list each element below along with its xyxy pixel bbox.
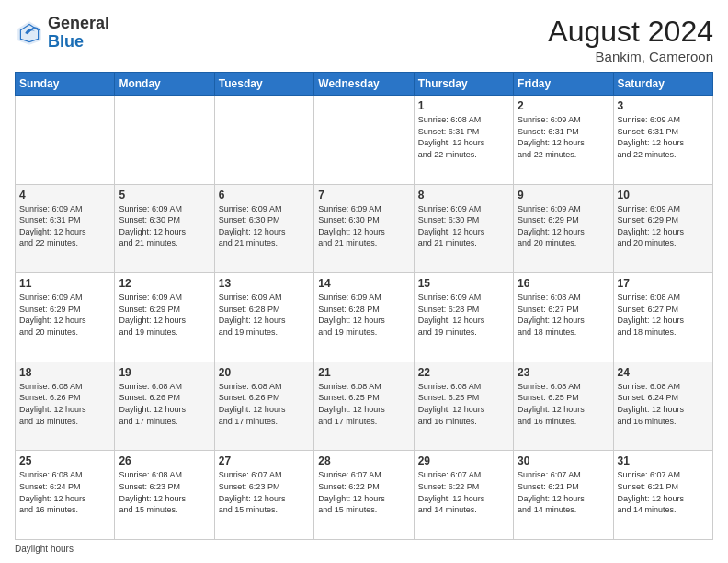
day-cell	[115, 96, 214, 185]
col-header-friday: Friday	[514, 73, 613, 96]
day-info: Sunrise: 6:09 AM Sunset: 6:31 PM Dayligh…	[518, 114, 609, 160]
day-info: Sunrise: 6:08 AM Sunset: 6:23 PM Dayligh…	[119, 469, 210, 515]
day-info: Sunrise: 6:07 AM Sunset: 6:23 PM Dayligh…	[219, 469, 310, 515]
day-cell: 15Sunrise: 6:09 AM Sunset: 6:28 PM Dayli…	[414, 273, 513, 362]
col-header-thursday: Thursday	[414, 73, 513, 96]
day-info: Sunrise: 6:09 AM Sunset: 6:28 PM Dayligh…	[418, 292, 509, 338]
day-cell: 2Sunrise: 6:09 AM Sunset: 6:31 PM Daylig…	[514, 96, 613, 185]
month-year: August 2024	[548, 15, 713, 49]
day-cell: 19Sunrise: 6:08 AM Sunset: 6:26 PM Dayli…	[115, 362, 214, 451]
day-cell: 11Sunrise: 6:09 AM Sunset: 6:29 PM Dayli…	[16, 273, 115, 362]
day-info: Sunrise: 6:09 AM Sunset: 6:30 PM Dayligh…	[318, 203, 409, 249]
day-info: Sunrise: 6:08 AM Sunset: 6:25 PM Dayligh…	[518, 381, 609, 427]
day-cell: 27Sunrise: 6:07 AM Sunset: 6:23 PM Dayli…	[214, 451, 313, 540]
location: Bankim, Cameroon	[548, 49, 713, 64]
day-info: Sunrise: 6:08 AM Sunset: 6:26 PM Dayligh…	[219, 381, 310, 427]
day-cell: 25Sunrise: 6:08 AM Sunset: 6:24 PM Dayli…	[16, 451, 115, 540]
day-number: 18	[19, 366, 110, 379]
col-header-tuesday: Tuesday	[214, 73, 313, 96]
day-number: 28	[318, 454, 409, 467]
logo-icon	[15, 18, 44, 48]
day-cell: 23Sunrise: 6:08 AM Sunset: 6:25 PM Dayli…	[514, 362, 613, 451]
day-cell	[214, 96, 313, 185]
day-cell: 26Sunrise: 6:08 AM Sunset: 6:23 PM Dayli…	[115, 451, 214, 540]
day-cell: 21Sunrise: 6:08 AM Sunset: 6:25 PM Dayli…	[314, 362, 414, 451]
day-number: 22	[418, 366, 509, 379]
page: General Blue August 2024 Bankim, Cameroo…	[0, 0, 728, 563]
day-info: Sunrise: 6:09 AM Sunset: 6:29 PM Dayligh…	[618, 203, 709, 249]
header: General Blue August 2024 Bankim, Cameroo…	[15, 15, 713, 64]
day-number: 25	[19, 454, 110, 467]
day-cell: 7Sunrise: 6:09 AM Sunset: 6:30 PM Daylig…	[314, 184, 414, 273]
calendar-header-row: SundayMondayTuesdayWednesdayThursdayFrid…	[16, 73, 713, 96]
day-info: Sunrise: 6:08 AM Sunset: 6:25 PM Dayligh…	[418, 381, 509, 427]
day-number: 5	[119, 189, 210, 201]
day-cell: 24Sunrise: 6:08 AM Sunset: 6:24 PM Dayli…	[613, 362, 712, 451]
day-info: Sunrise: 6:07 AM Sunset: 6:21 PM Dayligh…	[518, 469, 609, 515]
day-info: Sunrise: 6:09 AM Sunset: 6:31 PM Dayligh…	[19, 203, 110, 249]
day-info: Sunrise: 6:09 AM Sunset: 6:30 PM Dayligh…	[119, 203, 210, 249]
day-cell: 9Sunrise: 6:09 AM Sunset: 6:29 PM Daylig…	[514, 184, 613, 273]
day-cell: 8Sunrise: 6:09 AM Sunset: 6:30 PM Daylig…	[414, 184, 513, 273]
day-cell: 18Sunrise: 6:08 AM Sunset: 6:26 PM Dayli…	[16, 362, 115, 451]
day-info: Sunrise: 6:08 AM Sunset: 6:26 PM Dayligh…	[119, 381, 210, 427]
day-cell: 30Sunrise: 6:07 AM Sunset: 6:21 PM Dayli…	[514, 451, 613, 540]
day-number: 1	[418, 99, 509, 112]
day-info: Sunrise: 6:09 AM Sunset: 6:30 PM Dayligh…	[418, 203, 509, 249]
day-cell: 1Sunrise: 6:08 AM Sunset: 6:31 PM Daylig…	[414, 96, 513, 185]
day-cell: 20Sunrise: 6:08 AM Sunset: 6:26 PM Dayli…	[214, 362, 313, 451]
day-cell: 29Sunrise: 6:07 AM Sunset: 6:22 PM Dayli…	[414, 451, 513, 540]
day-info: Sunrise: 6:08 AM Sunset: 6:31 PM Dayligh…	[418, 114, 509, 160]
day-number: 27	[219, 454, 310, 467]
day-number: 30	[518, 454, 609, 467]
day-number: 8	[418, 189, 509, 201]
day-cell: 14Sunrise: 6:09 AM Sunset: 6:28 PM Dayli…	[314, 273, 414, 362]
day-cell: 17Sunrise: 6:08 AM Sunset: 6:27 PM Dayli…	[613, 273, 712, 362]
day-info: Sunrise: 6:08 AM Sunset: 6:24 PM Dayligh…	[19, 469, 110, 515]
week-row-4: 18Sunrise: 6:08 AM Sunset: 6:26 PM Dayli…	[16, 362, 713, 451]
day-cell: 31Sunrise: 6:07 AM Sunset: 6:21 PM Dayli…	[613, 451, 712, 540]
day-number: 6	[219, 189, 310, 201]
day-cell: 6Sunrise: 6:09 AM Sunset: 6:30 PM Daylig…	[214, 184, 313, 273]
day-cell: 22Sunrise: 6:08 AM Sunset: 6:25 PM Dayli…	[414, 362, 513, 451]
day-number: 9	[518, 189, 609, 201]
col-header-saturday: Saturday	[613, 73, 712, 96]
day-number: 20	[219, 366, 310, 379]
day-info: Sunrise: 6:09 AM Sunset: 6:29 PM Dayligh…	[119, 292, 210, 338]
day-number: 13	[219, 277, 310, 290]
day-number: 19	[119, 366, 210, 379]
logo-text-block: General Blue	[48, 15, 109, 52]
day-number: 26	[119, 454, 210, 467]
day-info: Sunrise: 6:07 AM Sunset: 6:22 PM Dayligh…	[418, 469, 509, 515]
day-number: 11	[19, 277, 110, 290]
day-cell: 3Sunrise: 6:09 AM Sunset: 6:31 PM Daylig…	[613, 96, 712, 185]
day-info: Sunrise: 6:08 AM Sunset: 6:25 PM Dayligh…	[318, 381, 409, 427]
day-number: 17	[618, 277, 709, 290]
day-number: 15	[418, 277, 509, 290]
day-number: 21	[318, 366, 409, 379]
col-header-monday: Monday	[115, 73, 214, 96]
legend: Daylight hours	[15, 544, 713, 554]
day-cell: 28Sunrise: 6:07 AM Sunset: 6:22 PM Dayli…	[314, 451, 414, 540]
day-cell	[16, 96, 115, 185]
day-number: 31	[618, 454, 709, 467]
week-row-1: 1Sunrise: 6:08 AM Sunset: 6:31 PM Daylig…	[16, 96, 713, 185]
day-number: 3	[618, 99, 709, 112]
calendar-table: SundayMondayTuesdayWednesdayThursdayFrid…	[15, 72, 713, 540]
title-block: August 2024 Bankim, Cameroon	[548, 15, 713, 64]
day-cell: 13Sunrise: 6:09 AM Sunset: 6:28 PM Dayli…	[214, 273, 313, 362]
daylight-label: Daylight hours	[15, 544, 74, 554]
day-number: 2	[518, 99, 609, 112]
day-cell: 10Sunrise: 6:09 AM Sunset: 6:29 PM Dayli…	[613, 184, 712, 273]
day-info: Sunrise: 6:08 AM Sunset: 6:24 PM Dayligh…	[618, 381, 709, 427]
day-cell: 5Sunrise: 6:09 AM Sunset: 6:30 PM Daylig…	[115, 184, 214, 273]
day-info: Sunrise: 6:08 AM Sunset: 6:27 PM Dayligh…	[618, 292, 709, 338]
day-number: 23	[518, 366, 609, 379]
week-row-3: 11Sunrise: 6:09 AM Sunset: 6:29 PM Dayli…	[16, 273, 713, 362]
logo: General Blue	[15, 15, 109, 52]
day-info: Sunrise: 6:09 AM Sunset: 6:31 PM Dayligh…	[618, 114, 709, 160]
day-number: 12	[119, 277, 210, 290]
day-cell	[314, 96, 414, 185]
day-info: Sunrise: 6:09 AM Sunset: 6:29 PM Dayligh…	[518, 203, 609, 249]
day-cell: 16Sunrise: 6:08 AM Sunset: 6:27 PM Dayli…	[514, 273, 613, 362]
